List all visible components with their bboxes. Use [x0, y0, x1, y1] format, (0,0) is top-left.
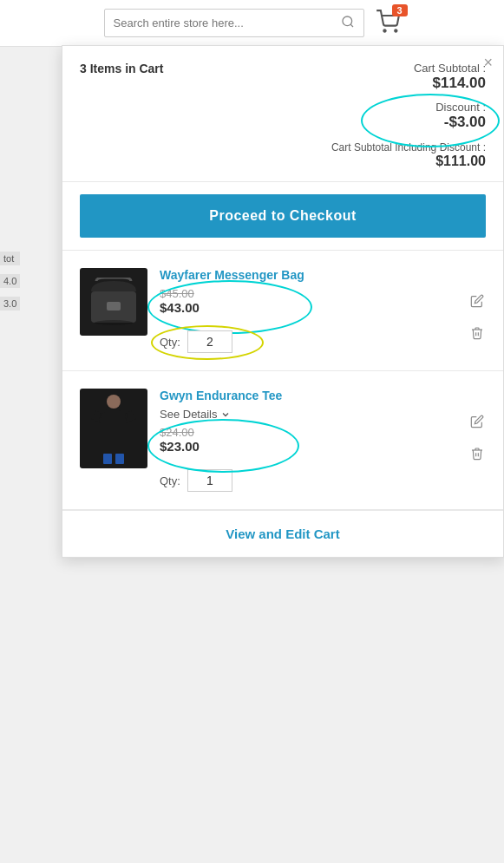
item-image-wrapper [80, 268, 147, 336]
qty-input[interactable] [187, 469, 232, 492]
checkout-button[interactable]: Proceed to Checkout [80, 194, 486, 238]
svg-point-2 [383, 29, 385, 31]
item-prices: $24.00 $23.00 [160, 426, 200, 454]
side-labels: tot 4.0 3.0 [0, 252, 20, 311]
bag-image [80, 268, 147, 336]
side-label-4: 4.0 [0, 274, 20, 288]
svg-rect-9 [115, 454, 124, 464]
cart-dropdown: × 3 Items in Cart Cart Subtotal : $114.0… [62, 45, 504, 558]
subtotal-block: Cart Subtotal : $114.00 [414, 62, 486, 92]
see-details-row: See Details [160, 408, 456, 421]
item-new-price: $23.00 [160, 439, 200, 454]
subtotal-value: $114.00 [414, 75, 486, 92]
svg-point-3 [395, 29, 396, 31]
svg-rect-5 [107, 302, 121, 311]
cart-item: Gwyn Endurance Tee See Details $24.00 $2… [62, 371, 503, 510]
search-button[interactable] [341, 15, 355, 31]
edit-button[interactable] [468, 413, 486, 434]
side-label-tot: tot [0, 252, 20, 265]
cart-header: 3 Items in Cart Cart Subtotal : $114.00 … [62, 46, 503, 182]
item-name-link[interactable]: Gwyn Endurance Tee [160, 389, 456, 402]
search-input[interactable] [114, 16, 336, 29]
search-icon [341, 15, 355, 29]
discount-value: -$3.00 [435, 114, 486, 131]
discount-label: Discount : [435, 101, 486, 114]
item-qty-row: Qty: [160, 330, 456, 353]
svg-line-1 [350, 24, 353, 27]
search-wrapper [104, 9, 364, 37]
delete-button[interactable] [468, 444, 486, 467]
edit-button[interactable] [468, 292, 486, 313]
subtotal-discount-label: Cart Subtotal Including Discount : [331, 141, 486, 154]
item-old-price: $24.00 [160, 426, 200, 439]
side-label-3: 3.0 [0, 297, 20, 311]
view-cart-link[interactable]: View and Edit Cart [62, 510, 503, 557]
cart-items: Wayfarer Messenger Bag $45.00 $43.00 Qty… [62, 250, 503, 510]
svg-point-0 [343, 16, 352, 26]
svg-point-7 [107, 395, 121, 409]
item-qty-row: Qty: [160, 469, 456, 492]
cart-item: Wayfarer Messenger Bag $45.00 $43.00 Qty… [62, 251, 503, 371]
item-new-price: $43.00 [160, 300, 200, 315]
item-actions [468, 268, 486, 346]
qty-label: Qty: [160, 336, 180, 349]
item-details: Wayfarer Messenger Bag $45.00 $43.00 Qty… [160, 268, 456, 353]
discount-block: Discount : -$3.00 [435, 101, 486, 131]
close-button[interactable]: × [483, 55, 493, 70]
subtotal-discount-block: Cart Subtotal Including Discount : $111.… [331, 141, 486, 169]
item-prices: $45.00 $43.00 [160, 287, 200, 315]
bag-svg [88, 278, 140, 326]
qty-label: Qty: [160, 474, 180, 487]
subtotal-label: Cart Subtotal : [414, 62, 486, 75]
delete-button[interactable] [468, 324, 486, 346]
item-image-wrapper [80, 389, 147, 468]
edit-icon [470, 294, 484, 308]
subtotal-discount-value: $111.00 [331, 154, 486, 169]
trash-icon [470, 446, 484, 461]
item-name-link[interactable]: Wayfarer Messenger Bag [160, 268, 456, 282]
cart-badge: 3 [392, 4, 408, 16]
tee-image [80, 389, 147, 468]
cart-icon-wrapper[interactable]: 3 [375, 10, 401, 37]
qty-input[interactable] [187, 330, 232, 353]
item-actions [468, 389, 486, 467]
chevron-down-icon [220, 409, 231, 420]
see-details-label: See Details [160, 408, 217, 421]
top-bar: 3 [0, 0, 504, 47]
cart-header-top: 3 Items in Cart Cart Subtotal : $114.00 [80, 62, 486, 92]
svg-point-6 [95, 320, 133, 325]
items-in-cart-label: 3 Items in Cart [80, 62, 163, 75]
discount-row: Discount : -$3.00 [80, 101, 486, 131]
item-old-price: $45.00 [160, 287, 200, 300]
subtotal-discount-row: Cart Subtotal Including Discount : $111.… [80, 141, 486, 169]
trash-icon [470, 325, 484, 341]
tee-svg [89, 393, 138, 464]
svg-rect-8 [103, 454, 112, 464]
edit-icon [470, 415, 484, 428]
item-details: Gwyn Endurance Tee See Details $24.00 $2… [160, 389, 456, 492]
